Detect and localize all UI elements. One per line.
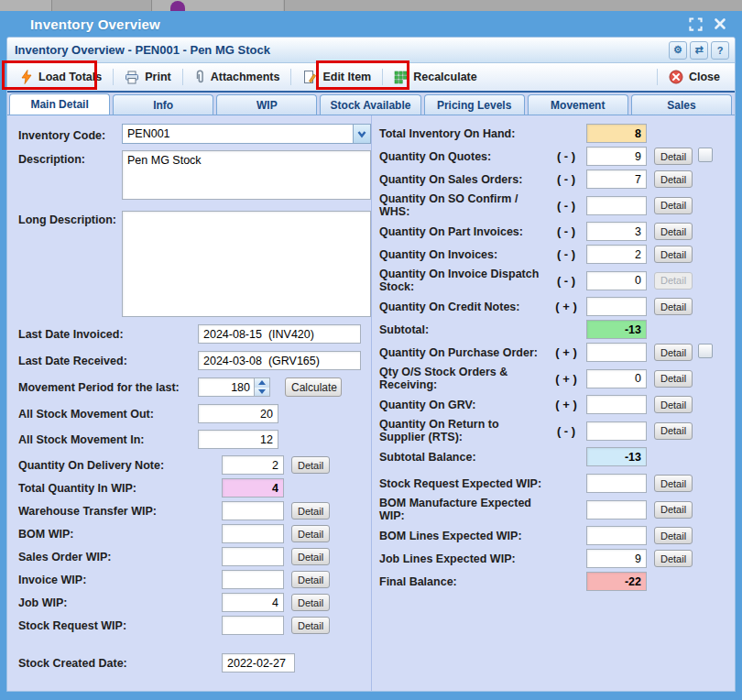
background-app-icon xyxy=(170,1,185,11)
tab-movement[interactable]: Movement xyxy=(528,94,628,115)
field-value-input[interactable] xyxy=(222,478,284,498)
field-label: Quantity On SO Confirm / WHS: xyxy=(379,192,546,218)
field-value-input[interactable] xyxy=(222,570,284,589)
settings-gear-icon[interactable]: ⚙ xyxy=(669,41,687,60)
detail-button[interactable]: Detail xyxy=(654,344,693,361)
long-description-label: Long Description: xyxy=(18,211,122,226)
tab-pricing-levels[interactable]: Pricing Levels xyxy=(424,94,525,115)
field-value-input[interactable] xyxy=(586,474,647,493)
recalculate-button[interactable]: Recalculate xyxy=(385,66,486,88)
detail-button[interactable]: Detail xyxy=(654,148,693,165)
field-value-input[interactable] xyxy=(586,500,647,520)
detail-button[interactable]: Detail xyxy=(291,525,330,542)
field-value-input[interactable] xyxy=(198,404,278,423)
spinner-up-icon[interactable] xyxy=(255,378,269,388)
field-value-input[interactable] xyxy=(586,447,647,466)
field-row: Job Lines Expected WIP:Detail xyxy=(379,549,735,568)
sign-label: ( + ) xyxy=(546,300,586,313)
detail-button[interactable]: Detail xyxy=(291,548,330,565)
refresh-icon[interactable]: ⇄ xyxy=(690,41,708,60)
window-close-icon[interactable] xyxy=(713,16,727,31)
field-value-input[interactable] xyxy=(222,547,284,566)
divider xyxy=(51,0,52,11)
field-value-input[interactable] xyxy=(586,395,647,414)
field-value-input[interactable] xyxy=(586,271,647,290)
field-label: Job WIP: xyxy=(18,596,222,609)
maximize-icon[interactable] xyxy=(688,16,703,31)
tab-sales[interactable]: Sales xyxy=(631,94,732,115)
field-row: Last Date Invoiced: xyxy=(18,324,371,344)
detail-button[interactable]: Detail xyxy=(654,197,693,214)
long-description-textarea[interactable] xyxy=(122,211,371,317)
field-value-input[interactable] xyxy=(222,455,284,475)
calculate-button[interactable]: Calculate xyxy=(285,377,342,397)
detail-button[interactable]: Detail xyxy=(654,396,693,413)
triangle-up xyxy=(258,380,266,385)
detail-button[interactable]: Detail xyxy=(654,170,693,188)
field-value-input[interactable] xyxy=(586,421,647,441)
detail-button[interactable]: Detail xyxy=(654,223,693,240)
movement-period-input[interactable] xyxy=(199,378,254,396)
tab-stock-available[interactable]: Stock Available xyxy=(320,94,420,115)
help-icon[interactable]: ? xyxy=(711,41,729,60)
detail-button[interactable]: Detail xyxy=(654,475,693,492)
detail-button[interactable]: Detail xyxy=(291,594,330,611)
field-value-input[interactable] xyxy=(586,572,647,591)
field-value-input[interactable] xyxy=(198,430,278,449)
detail-button[interactable]: Detail xyxy=(291,502,330,520)
field-value-input[interactable] xyxy=(586,245,647,264)
field-value-input[interactable] xyxy=(586,297,647,316)
detail-button[interactable]: Detail xyxy=(654,527,693,544)
field-value-input[interactable] xyxy=(586,343,647,362)
field-value-input[interactable] xyxy=(586,196,647,215)
spinner-down-icon[interactable] xyxy=(255,388,269,397)
field-value-input[interactable] xyxy=(586,526,647,545)
field-value-input[interactable] xyxy=(198,351,361,370)
detail-button[interactable]: Detail xyxy=(654,298,693,315)
detail-button[interactable]: Detail xyxy=(654,550,693,567)
tab-main-detail[interactable]: Main Detail xyxy=(9,93,110,115)
spinner-buttons xyxy=(254,378,269,396)
tab-info[interactable]: Info xyxy=(113,94,213,115)
field-value-input[interactable] xyxy=(222,593,284,612)
load-totals-button[interactable]: Load Totals xyxy=(11,66,111,88)
checkbox[interactable] xyxy=(698,148,713,162)
field-label: Job Lines Expected WIP: xyxy=(379,552,546,565)
field-value-input[interactable] xyxy=(222,653,295,673)
attachments-button[interactable]: Attachments xyxy=(185,66,289,88)
field-value-input[interactable] xyxy=(586,222,647,241)
detail-button[interactable]: Detail xyxy=(654,422,693,440)
sign-label: ( - ) xyxy=(546,274,586,288)
print-button[interactable]: Print xyxy=(115,66,180,88)
field-row: Total Quantity In WIP: xyxy=(18,478,371,498)
description-textarea[interactable]: Pen MG Stock xyxy=(122,150,371,200)
field-value-input[interactable] xyxy=(586,320,647,339)
detail-button[interactable]: Detail xyxy=(654,370,693,388)
tab-wip[interactable]: WIP xyxy=(216,94,317,115)
field-row: Quantity On Purchase Order:( + )Detail xyxy=(379,343,735,362)
field-value-input[interactable] xyxy=(586,147,647,166)
detail-button[interactable]: Detail xyxy=(291,456,330,474)
field-value-input[interactable] xyxy=(586,369,647,388)
checkbox[interactable] xyxy=(698,344,713,358)
detail-button[interactable]: Detail xyxy=(654,501,693,519)
field-value-input[interactable] xyxy=(586,549,647,568)
field-row: Qty O/S Stock Orders & Receiving:( + )De… xyxy=(379,366,735,391)
detail-button[interactable]: Detail xyxy=(291,617,330,634)
field-value-input[interactable] xyxy=(586,170,647,189)
description-label: Description: xyxy=(18,150,122,166)
edit-item-button[interactable]: Edit Item xyxy=(293,66,380,88)
field-value-input[interactable] xyxy=(222,501,284,520)
window-title: Inventory Overview xyxy=(30,16,688,32)
detail-button[interactable]: Detail xyxy=(654,246,693,263)
field-value-input[interactable] xyxy=(198,324,361,344)
close-button[interactable]: Close xyxy=(660,66,729,88)
paperclip-icon xyxy=(194,70,205,84)
field-value-input[interactable] xyxy=(222,616,284,635)
field-value-input[interactable] xyxy=(586,124,647,143)
chevron-down-icon[interactable] xyxy=(353,125,370,143)
detail-button[interactable]: Detail xyxy=(291,571,330,588)
field-row: Invoice WIP:Detail xyxy=(18,570,371,589)
inventory-code-select[interactable]: PEN001 xyxy=(122,124,371,144)
field-value-input[interactable] xyxy=(222,524,284,543)
